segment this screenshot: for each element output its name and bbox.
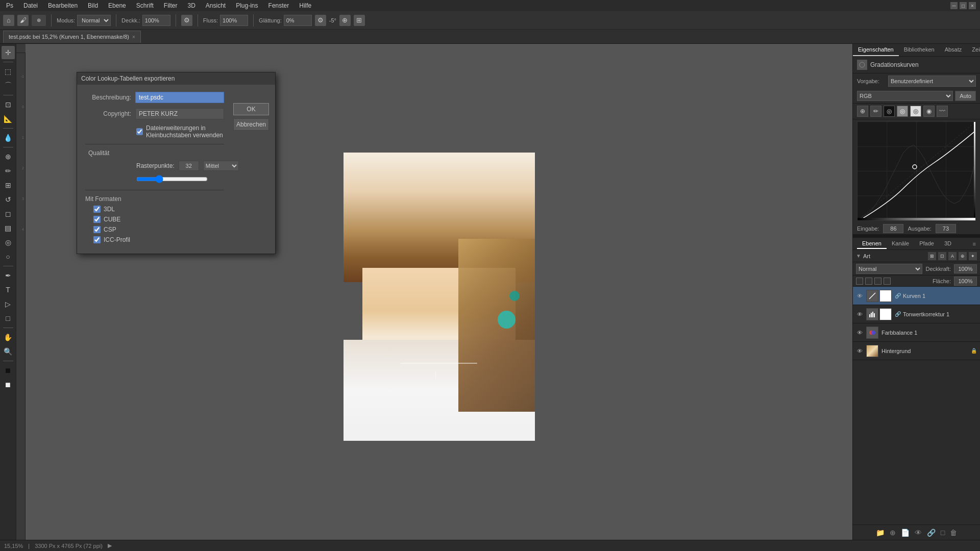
ok-button[interactable]: OK	[233, 103, 269, 115]
eraser-tool[interactable]: ◻	[2, 207, 15, 220]
curve-point-tool[interactable]: ⊕	[857, 106, 868, 117]
curve-eyedropper-black[interactable]: ◎	[884, 106, 895, 117]
blend-mode-select[interactable]: Normal	[856, 264, 922, 274]
mode-select[interactable]: Normal	[77, 15, 111, 26]
canvas-area[interactable]: Color Lookup-Tabellen exportieren OK Abb…	[26, 44, 852, 540]
layers-tab-pfade[interactable]: Pfade	[914, 239, 939, 249]
dodge-tool[interactable]: ○	[2, 250, 15, 263]
clone-tool[interactable]: ⊞	[2, 179, 15, 192]
format-3dl-checkbox[interactable]	[93, 206, 101, 213]
document-tab[interactable]: test.psdc bei 15,2% (Kurven 1, Ebenenmas…	[3, 31, 141, 43]
history-brush-tool[interactable]: ↺	[2, 193, 15, 206]
layer-row-hintergrund[interactable]: 👁 Hintergrund 🔒	[853, 342, 980, 360]
zoom-tool[interactable]: 🔍	[2, 345, 15, 358]
path-select-tool[interactable]: ▷	[2, 297, 15, 311]
layer-lock-toggle-4[interactable]	[884, 278, 891, 285]
quality-slider[interactable]	[136, 175, 208, 183]
smoothing-input[interactable]	[284, 15, 312, 26]
format-icc-checkbox[interactable]	[93, 236, 101, 243]
extras-icon[interactable]: ⊞	[354, 15, 365, 26]
filter-toggle-3[interactable]: A	[948, 252, 957, 260]
select-tool[interactable]: ⬚	[2, 65, 15, 78]
layer-visibility-icon-farbbalance[interactable]: 👁	[856, 329, 863, 336]
layer-visibility-icon-kurven1[interactable]: 👁	[856, 292, 863, 299]
curve-graph[interactable]	[857, 121, 976, 221]
menu-item-bild[interactable]: Bild	[86, 1, 100, 10]
symmetry-icon[interactable]: ⊕	[339, 15, 351, 26]
layer-row-tonwert[interactable]: 👁 🔗 Tonwertkorrektur 1	[853, 305, 980, 323]
close-button[interactable]: ×	[969, 2, 976, 9]
filter-toggle-4[interactable]: ⊕	[959, 252, 967, 260]
menu-app-icon[interactable]: Ps	[4, 1, 15, 10]
raster-input[interactable]	[179, 161, 199, 171]
menu-item-filter[interactable]: Filter	[162, 1, 180, 10]
menu-item-ebene[interactable]: Ebene	[106, 1, 128, 10]
new-group-button[interactable]: 📁	[876, 529, 885, 537]
tab-close-icon[interactable]: ×	[132, 34, 135, 40]
type-tool[interactable]: T	[2, 283, 15, 296]
toggle-visibility-button[interactable]: 👁	[915, 529, 922, 537]
tab-eigenschaften[interactable]: Eigenschaften	[853, 44, 899, 56]
status-arrow-icon[interactable]: ▶	[108, 542, 112, 549]
filter-toggle-2[interactable]: ⊡	[938, 252, 946, 260]
eyedropper-tool[interactable]: 💧	[2, 131, 15, 144]
brush-options-icon[interactable]: ⚙	[181, 15, 192, 26]
auto-button[interactable]: Auto	[955, 91, 976, 101]
menu-item-hilfe[interactable]: Hilfe	[297, 1, 313, 10]
lowercase-checkbox[interactable]	[136, 128, 143, 135]
layers-tab-ebenen[interactable]: Ebenen	[857, 239, 887, 249]
description-input[interactable]	[135, 92, 224, 103]
blur-tool[interactable]: ◎	[2, 236, 15, 249]
menu-item-plugins[interactable]: Plug-ins	[234, 1, 260, 10]
copyright-input[interactable]	[135, 108, 224, 119]
menu-item-3d[interactable]: 3D	[185, 1, 197, 10]
layer-visibility-icon-tonwert[interactable]: 👁	[856, 311, 863, 318]
format-csp-checkbox[interactable]	[93, 226, 101, 233]
layer-lock-toggle-2[interactable]	[865, 278, 872, 285]
tab-zeichen[interactable]: Zeichen	[967, 44, 980, 56]
layer-visibility-icon-hintergrund[interactable]: 👁	[856, 347, 863, 355]
curve-eyedropper-gray[interactable]: ◎	[897, 106, 908, 117]
channel-select[interactable]: RGB Rot Grün Blau	[857, 91, 953, 101]
curve-target-tool[interactable]: ◉	[923, 106, 935, 117]
curve-eyedropper-white[interactable]: ◎	[910, 106, 921, 117]
pen-tool[interactable]: ✒	[2, 269, 15, 282]
fill-input[interactable]	[954, 277, 977, 286]
mask-button[interactable]: □	[941, 529, 945, 537]
dialog-title-bar[interactable]: Color Lookup-Tabellen exportieren	[77, 72, 275, 85]
healing-tool[interactable]: ⊕	[2, 150, 15, 163]
move-tool[interactable]: ✛	[2, 46, 15, 59]
menu-item-fenster[interactable]: Fenster	[266, 1, 291, 10]
filter-toggle-1[interactable]: ⊠	[928, 252, 936, 260]
tool-select[interactable]: ⊕	[32, 15, 46, 26]
vorgabe-select[interactable]: Benutzerdefiniert	[888, 76, 976, 87]
maximize-button[interactable]: □	[960, 2, 967, 9]
layer-lock-toggle-3[interactable]	[874, 278, 881, 285]
measure-tool[interactable]: 📐	[2, 112, 15, 126]
filter-toggle-5[interactable]: ✦	[969, 252, 977, 260]
quality-select[interactable]: Mittel Niedrig Hoch Maximum	[203, 161, 239, 171]
background-color[interactable]: ■	[2, 378, 15, 391]
opacity-input[interactable]	[954, 264, 977, 273]
curve-smooth-tool[interactable]: 〰	[937, 106, 948, 117]
opacity-input[interactable]	[142, 15, 170, 26]
curve-draw-tool[interactable]: ✏	[870, 106, 881, 117]
cancel-button[interactable]: Abbrechen	[233, 118, 269, 131]
menu-item-datei[interactable]: Datei	[21, 1, 40, 10]
new-layer-button[interactable]: 📄	[901, 529, 910, 537]
format-cube-checkbox[interactable]	[93, 216, 101, 223]
menu-item-bearbeiten[interactable]: Bearbeiten	[46, 1, 80, 10]
hand-tool[interactable]: ✋	[2, 331, 15, 344]
brush-tool[interactable]: ✏	[2, 164, 15, 178]
crop-tool[interactable]: ⊡	[2, 98, 15, 111]
output-value[interactable]	[936, 224, 956, 233]
home-icon[interactable]: ⌂	[3, 15, 14, 26]
gradient-tool[interactable]: ▤	[2, 221, 15, 235]
delete-layer-button[interactable]: 🗑	[950, 529, 957, 537]
minimize-button[interactable]: ─	[950, 2, 958, 9]
layers-tab-kanale[interactable]: Kanäle	[887, 239, 914, 249]
foreground-color[interactable]: ■	[2, 364, 15, 377]
shape-tool[interactable]: □	[2, 312, 15, 325]
tab-bibliotheken[interactable]: Bibliotheken	[899, 44, 940, 56]
layers-tab-3d[interactable]: 3D	[939, 239, 957, 249]
